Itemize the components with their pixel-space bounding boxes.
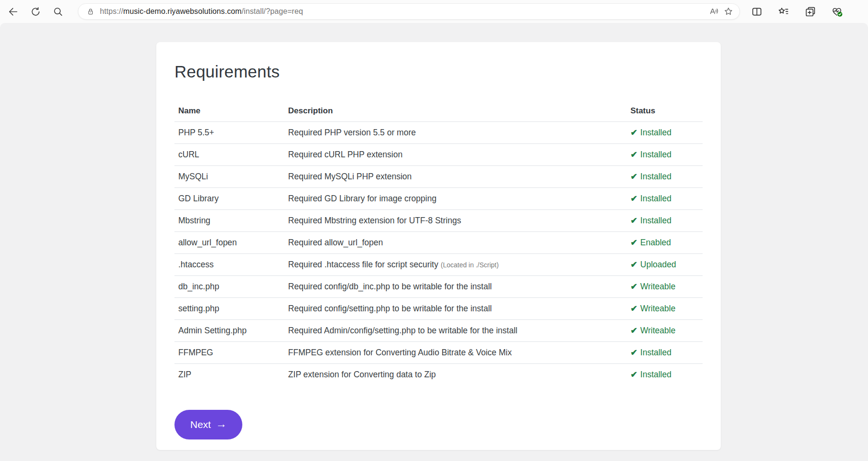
table-row: .htaccess Required .htaccess file for sc… bbox=[174, 254, 703, 276]
favorites-list-icon bbox=[778, 6, 790, 18]
cell-name: FFMPEG bbox=[174, 342, 284, 364]
check-icon: ✔ bbox=[630, 304, 638, 313]
browser-essentials-icon bbox=[831, 5, 843, 18]
url-text: https://music-demo.riyawebsolutions.com/… bbox=[100, 7, 303, 16]
status-text: Writeable bbox=[640, 282, 676, 291]
cell-status: ✔Uploaded bbox=[627, 254, 703, 276]
table-row: ZIP ZIP extension for Converting data to… bbox=[174, 364, 703, 386]
url-host: music-demo.riyawebsolutions.com bbox=[123, 7, 242, 15]
cell-name: setting.php bbox=[174, 298, 284, 320]
check-icon: ✔ bbox=[630, 172, 638, 181]
cell-status: ✔Installed bbox=[627, 122, 703, 144]
cell-status: ✔Writeable bbox=[627, 320, 703, 342]
requirements-card: Requirements Name Description Status PHP… bbox=[156, 42, 721, 450]
status-text: Enabled bbox=[640, 238, 671, 247]
browser-essentials-button[interactable] bbox=[829, 3, 845, 20]
cell-name: MySQLi bbox=[174, 166, 284, 188]
cell-description: Required allow_url_fopen bbox=[284, 232, 627, 254]
check-icon: ✔ bbox=[630, 326, 638, 335]
cell-description: ZIP extension for Converting data to Zip bbox=[284, 364, 627, 386]
next-button[interactable]: Next → bbox=[174, 410, 242, 439]
cell-status: ✔Installed bbox=[627, 342, 703, 364]
cell-status: ✔Enabled bbox=[627, 232, 703, 254]
check-icon: ✔ bbox=[630, 238, 638, 247]
collections-button[interactable] bbox=[802, 3, 818, 20]
cell-description: Required .htaccess file for script secur… bbox=[284, 254, 627, 276]
check-icon: ✔ bbox=[630, 370, 638, 379]
cell-description: Required PHP version 5.5 or more bbox=[284, 122, 627, 144]
status-text: Installed bbox=[640, 150, 672, 159]
description-note: (Located in ./Script) bbox=[441, 261, 499, 269]
table-row: Admin Setting.php Required Admin/config/… bbox=[174, 320, 703, 342]
status-text: Installed bbox=[640, 172, 672, 181]
favorite-star-button[interactable] bbox=[721, 4, 736, 19]
cell-status: ✔Installed bbox=[627, 210, 703, 232]
cell-status: ✔Writeable bbox=[627, 298, 703, 320]
cell-description: Required config/db_inc.php to be writabl… bbox=[284, 276, 627, 298]
header-name: Name bbox=[174, 100, 284, 122]
status-text: Installed bbox=[640, 194, 672, 203]
cell-name: GD Library bbox=[174, 188, 284, 210]
favorite-star-icon bbox=[723, 6, 734, 17]
cell-name: db_inc.php bbox=[174, 276, 284, 298]
check-icon: ✔ bbox=[630, 348, 638, 357]
split-screen-icon bbox=[751, 6, 763, 18]
browser-toolbar: https://music-demo.riyawebsolutions.com/… bbox=[0, 0, 868, 23]
cell-description: Required MySQLi PHP extension bbox=[284, 166, 627, 188]
cell-name: ZIP bbox=[174, 364, 284, 386]
table-row: allow_url_fopen Required allow_url_fopen… bbox=[174, 232, 703, 254]
cell-description: Required cURL PHP extension bbox=[284, 144, 627, 166]
read-aloud-button[interactable] bbox=[707, 4, 721, 19]
cell-status: ✔Writeable bbox=[627, 276, 703, 298]
check-icon: ✔ bbox=[630, 216, 638, 225]
cell-status: ✔Installed bbox=[627, 144, 703, 166]
back-arrow-icon bbox=[8, 6, 19, 17]
table-row: FFMPEG FFMPEG extension for Converting A… bbox=[174, 342, 703, 364]
status-text: Installed bbox=[640, 216, 672, 225]
arrow-right-icon: → bbox=[216, 418, 227, 429]
url-path: /install/?page=req bbox=[241, 7, 303, 15]
collections-icon bbox=[804, 6, 816, 18]
page-viewport: Requirements Name Description Status PHP… bbox=[0, 23, 868, 461]
table-row: PHP 5.5+ Required PHP version 5.5 or mor… bbox=[174, 122, 703, 144]
cell-status: ✔Installed bbox=[627, 364, 703, 386]
status-text: Installed bbox=[640, 370, 672, 379]
table-row: cURL Required cURL PHP extension ✔Instal… bbox=[174, 144, 703, 166]
cell-description: Required GD Library for image cropping bbox=[284, 188, 627, 210]
cell-description: Required Mbstring extension for UTF-8 St… bbox=[284, 210, 627, 232]
cell-name: PHP 5.5+ bbox=[174, 122, 284, 144]
table-row: db_inc.php Required config/db_inc.php to… bbox=[174, 276, 703, 298]
cell-status: ✔Installed bbox=[627, 188, 703, 210]
cell-name: allow_url_fopen bbox=[174, 232, 284, 254]
status-text: Installed bbox=[640, 128, 672, 137]
favorites-button[interactable] bbox=[775, 3, 792, 20]
split-screen-button[interactable] bbox=[749, 3, 765, 20]
table-row: GD Library Required GD Library for image… bbox=[174, 188, 703, 210]
refresh-button[interactable] bbox=[26, 2, 44, 21]
check-icon: ✔ bbox=[630, 260, 638, 269]
page-title: Requirements bbox=[174, 62, 703, 81]
check-icon: ✔ bbox=[630, 150, 638, 159]
search-button[interactable] bbox=[49, 2, 67, 21]
cell-description: Required Admin/config/setting.php to be … bbox=[284, 320, 627, 342]
back-button[interactable] bbox=[4, 2, 22, 21]
table-row: MySQLi Required MySQLi PHP extension ✔In… bbox=[174, 166, 703, 188]
cell-name: .htaccess bbox=[174, 254, 284, 276]
search-icon bbox=[53, 6, 64, 17]
status-text: Uploaded bbox=[640, 260, 676, 269]
read-aloud-icon bbox=[709, 6, 719, 17]
status-text: Writeable bbox=[640, 326, 676, 335]
table-header-row: Name Description Status bbox=[174, 100, 703, 122]
header-description: Description bbox=[284, 100, 627, 122]
refresh-icon bbox=[30, 6, 41, 17]
next-button-label: Next bbox=[190, 419, 211, 430]
cell-name: Admin Setting.php bbox=[174, 320, 284, 342]
header-status: Status bbox=[627, 100, 703, 122]
requirements-table-body: PHP 5.5+ Required PHP version 5.5 or mor… bbox=[174, 122, 703, 386]
cell-description: Required config/setting.php to be writab… bbox=[284, 298, 627, 320]
lock-icon[interactable] bbox=[86, 7, 95, 16]
address-bar[interactable]: https://music-demo.riyawebsolutions.com/… bbox=[78, 3, 740, 20]
table-row: Mbstring Required Mbstring extension for… bbox=[174, 210, 703, 232]
toolbar-actions bbox=[749, 3, 845, 20]
check-icon: ✔ bbox=[630, 282, 638, 291]
